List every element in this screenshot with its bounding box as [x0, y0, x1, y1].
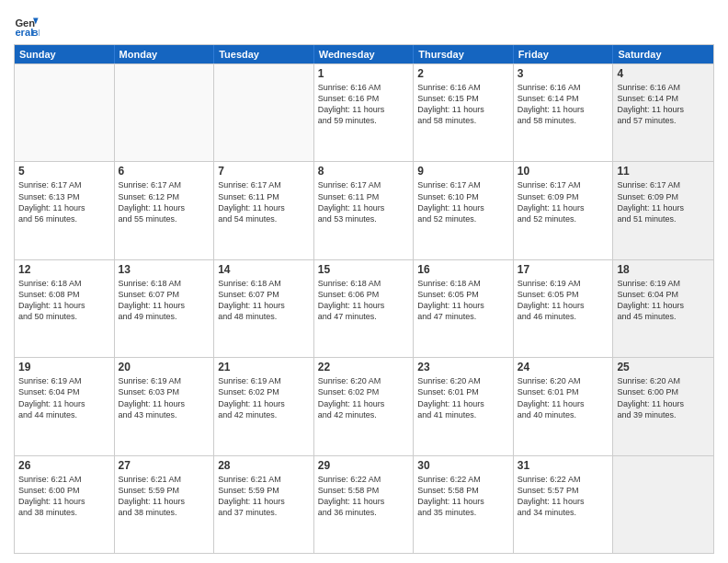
- cell-info: Sunrise: 6:21 AM Sunset: 6:00 PM Dayligh…: [18, 474, 110, 519]
- day-number: 22: [318, 361, 410, 373]
- cell-info: Sunrise: 6:17 AM Sunset: 6:09 PM Dayligh…: [518, 179, 609, 224]
- calendar-cell: 19Sunrise: 6:19 AM Sunset: 6:04 PM Dayli…: [15, 358, 115, 454]
- weekday-header: Sunday: [15, 45, 115, 63]
- calendar-cell: 25Sunrise: 6:20 AM Sunset: 6:00 PM Dayli…: [613, 358, 713, 454]
- weekday-header: Friday: [514, 45, 614, 63]
- calendar-cell: [15, 64, 115, 161]
- day-number: 28: [218, 459, 310, 472]
- cell-info: Sunrise: 6:22 AM Sunset: 5:58 PM Dayligh…: [417, 474, 509, 519]
- day-number: 13: [119, 263, 210, 276]
- day-number: 7: [218, 165, 310, 178]
- day-number: 11: [617, 165, 710, 178]
- cell-info: Sunrise: 6:17 AM Sunset: 6:09 PM Dayligh…: [617, 179, 710, 224]
- calendar-cell: 3Sunrise: 6:16 AM Sunset: 6:14 PM Daylig…: [514, 64, 614, 161]
- calendar-cell: 30Sunrise: 6:22 AM Sunset: 5:58 PM Dayli…: [414, 456, 514, 553]
- calendar-cell: 4Sunrise: 6:16 AM Sunset: 6:14 PM Daylig…: [613, 64, 713, 161]
- header: Gen eral Blue: [14, 9, 714, 39]
- svg-text:Blue: Blue: [32, 28, 40, 38]
- day-number: 26: [18, 459, 110, 472]
- cell-info: Sunrise: 6:16 AM Sunset: 6:15 PM Dayligh…: [417, 82, 509, 127]
- cell-info: Sunrise: 6:17 AM Sunset: 6:11 PM Dayligh…: [318, 179, 410, 224]
- cell-info: Sunrise: 6:19 AM Sunset: 6:05 PM Dayligh…: [518, 278, 609, 323]
- svg-text:eral: eral: [15, 27, 33, 38]
- cell-info: Sunrise: 6:22 AM Sunset: 5:57 PM Dayligh…: [518, 474, 609, 519]
- cell-info: Sunrise: 6:20 AM Sunset: 6:02 PM Dayligh…: [318, 375, 410, 420]
- cell-info: Sunrise: 6:17 AM Sunset: 6:10 PM Dayligh…: [417, 179, 509, 224]
- day-number: 8: [318, 165, 410, 178]
- day-number: 18: [617, 263, 710, 276]
- day-number: 24: [518, 361, 609, 373]
- day-number: 17: [518, 263, 609, 276]
- calendar-cell: 31Sunrise: 6:22 AM Sunset: 5:57 PM Dayli…: [514, 456, 614, 553]
- cell-info: Sunrise: 6:18 AM Sunset: 6:08 PM Dayligh…: [18, 278, 110, 323]
- day-number: 12: [18, 263, 110, 276]
- cell-info: Sunrise: 6:18 AM Sunset: 6:06 PM Dayligh…: [318, 278, 410, 323]
- calendar-row: 19Sunrise: 6:19 AM Sunset: 6:04 PM Dayli…: [15, 357, 713, 454]
- cell-info: Sunrise: 6:21 AM Sunset: 5:59 PM Dayligh…: [218, 474, 310, 519]
- cell-info: Sunrise: 6:18 AM Sunset: 6:07 PM Dayligh…: [218, 278, 310, 323]
- cell-info: Sunrise: 6:16 AM Sunset: 6:14 PM Dayligh…: [518, 82, 609, 127]
- calendar-cell: 24Sunrise: 6:20 AM Sunset: 6:01 PM Dayli…: [514, 358, 614, 454]
- calendar: SundayMondayTuesdayWednesdayThursdayFrid…: [14, 44, 714, 554]
- cell-info: Sunrise: 6:17 AM Sunset: 6:12 PM Dayligh…: [119, 179, 210, 224]
- calendar-cell: 11Sunrise: 6:17 AM Sunset: 6:09 PM Dayli…: [613, 162, 713, 259]
- cell-info: Sunrise: 6:20 AM Sunset: 6:01 PM Dayligh…: [518, 375, 609, 420]
- calendar-cell: 13Sunrise: 6:18 AM Sunset: 6:07 PM Dayli…: [115, 260, 215, 357]
- calendar-cell: 29Sunrise: 6:22 AM Sunset: 5:58 PM Dayli…: [314, 456, 415, 553]
- calendar-cell: 28Sunrise: 6:21 AM Sunset: 5:59 PM Dayli…: [214, 456, 314, 553]
- logo-icon: Gen eral Blue: [14, 13, 40, 39]
- calendar-row: 1Sunrise: 6:16 AM Sunset: 6:16 PM Daylig…: [15, 63, 713, 161]
- calendar-cell: [613, 456, 713, 553]
- day-number: 21: [218, 361, 310, 373]
- page: Gen eral Blue SundayMondayTuesdayWednesd…: [0, 0, 728, 563]
- day-number: 31: [518, 459, 609, 472]
- day-number: 27: [119, 459, 210, 472]
- day-number: 23: [417, 361, 509, 373]
- calendar-cell: 20Sunrise: 6:19 AM Sunset: 6:03 PM Dayli…: [115, 358, 215, 454]
- cell-info: Sunrise: 6:20 AM Sunset: 6:00 PM Dayligh…: [617, 375, 710, 420]
- calendar-cell: 5Sunrise: 6:17 AM Sunset: 6:13 PM Daylig…: [15, 162, 115, 259]
- cell-info: Sunrise: 6:19 AM Sunset: 6:03 PM Dayligh…: [119, 375, 210, 420]
- calendar-cell: 14Sunrise: 6:18 AM Sunset: 6:07 PM Dayli…: [214, 260, 314, 357]
- calendar-cell: 7Sunrise: 6:17 AM Sunset: 6:11 PM Daylig…: [214, 162, 314, 259]
- cell-info: Sunrise: 6:22 AM Sunset: 5:58 PM Dayligh…: [318, 474, 410, 519]
- calendar-cell: 2Sunrise: 6:16 AM Sunset: 6:15 PM Daylig…: [414, 64, 514, 161]
- calendar-row: 26Sunrise: 6:21 AM Sunset: 6:00 PM Dayli…: [15, 455, 713, 553]
- cell-info: Sunrise: 6:19 AM Sunset: 6:04 PM Dayligh…: [617, 278, 710, 323]
- cell-info: Sunrise: 6:16 AM Sunset: 6:16 PM Dayligh…: [318, 82, 410, 127]
- calendar-header: SundayMondayTuesdayWednesdayThursdayFrid…: [15, 45, 713, 63]
- calendar-cell: 9Sunrise: 6:17 AM Sunset: 6:10 PM Daylig…: [414, 162, 514, 259]
- calendar-body: 1Sunrise: 6:16 AM Sunset: 6:16 PM Daylig…: [15, 63, 713, 553]
- day-number: 16: [417, 263, 509, 276]
- day-number: 19: [18, 361, 110, 373]
- day-number: 15: [318, 263, 410, 276]
- day-number: 20: [119, 361, 210, 373]
- cell-info: Sunrise: 6:21 AM Sunset: 5:59 PM Dayligh…: [119, 474, 210, 519]
- calendar-row: 5Sunrise: 6:17 AM Sunset: 6:13 PM Daylig…: [15, 161, 713, 259]
- day-number: 30: [417, 459, 509, 472]
- day-number: 4: [617, 67, 710, 80]
- calendar-cell: 26Sunrise: 6:21 AM Sunset: 6:00 PM Dayli…: [15, 456, 115, 553]
- calendar-row: 12Sunrise: 6:18 AM Sunset: 6:08 PM Dayli…: [15, 259, 713, 357]
- cell-info: Sunrise: 6:18 AM Sunset: 6:05 PM Dayligh…: [417, 278, 509, 323]
- day-number: 14: [218, 263, 310, 276]
- cell-info: Sunrise: 6:17 AM Sunset: 6:13 PM Dayligh…: [18, 179, 110, 224]
- calendar-cell: 10Sunrise: 6:17 AM Sunset: 6:09 PM Dayli…: [514, 162, 614, 259]
- calendar-cell: 12Sunrise: 6:18 AM Sunset: 6:08 PM Dayli…: [15, 260, 115, 357]
- calendar-cell: 23Sunrise: 6:20 AM Sunset: 6:01 PM Dayli…: [414, 358, 514, 454]
- calendar-cell: 1Sunrise: 6:16 AM Sunset: 6:16 PM Daylig…: [314, 64, 415, 161]
- day-number: 29: [318, 459, 410, 472]
- day-number: 1: [318, 67, 410, 80]
- calendar-cell: [214, 64, 314, 161]
- day-number: 3: [518, 67, 609, 80]
- calendar-cell: [115, 64, 215, 161]
- calendar-cell: 17Sunrise: 6:19 AM Sunset: 6:05 PM Dayli…: [514, 260, 614, 357]
- cell-info: Sunrise: 6:16 AM Sunset: 6:14 PM Dayligh…: [617, 82, 710, 127]
- calendar-cell: 8Sunrise: 6:17 AM Sunset: 6:11 PM Daylig…: [314, 162, 415, 259]
- cell-info: Sunrise: 6:19 AM Sunset: 6:04 PM Dayligh…: [18, 375, 110, 420]
- cell-info: Sunrise: 6:17 AM Sunset: 6:11 PM Dayligh…: [218, 179, 310, 224]
- weekday-header: Monday: [115, 45, 215, 63]
- day-number: 9: [417, 165, 509, 178]
- day-number: 10: [518, 165, 609, 178]
- day-number: 2: [417, 67, 509, 80]
